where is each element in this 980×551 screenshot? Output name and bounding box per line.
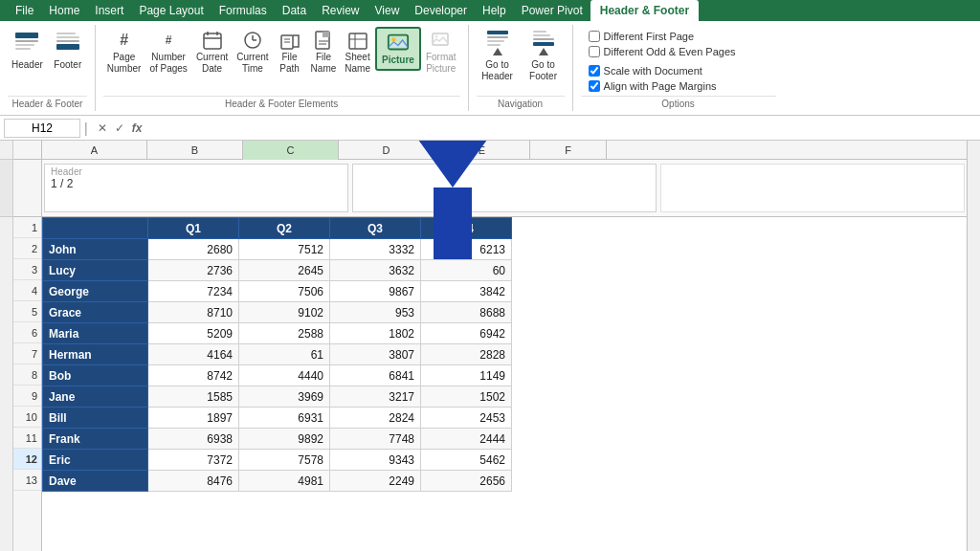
cell-q1-7[interactable]: 1585 — [148, 386, 239, 408]
cell-q1-5[interactable]: 4164 — [148, 344, 239, 365]
table-row[interactable]: Frank 6938 9892 7748 2444 — [43, 429, 512, 450]
cell-q1-1[interactable]: 2736 — [148, 260, 239, 281]
cell-q2-1[interactable]: 2645 — [239, 260, 330, 281]
cell-q1-3[interactable]: 8710 — [148, 302, 239, 323]
row-num-10[interactable]: 10 — [13, 407, 41, 428]
menu-header-footer[interactable]: Header & Footer — [590, 0, 699, 21]
col-header-d[interactable]: D — [339, 141, 434, 160]
cell-q2-6[interactable]: 4440 — [239, 365, 330, 386]
cell-name-0[interactable]: John — [43, 239, 148, 260]
cell-q2-2[interactable]: 7506 — [239, 281, 330, 302]
cell-q1-4[interactable]: 5209 — [148, 323, 239, 344]
menu-data[interactable]: Data — [275, 0, 314, 21]
cell-q2-7[interactable]: 3969 — [239, 386, 330, 408]
cell-q3-8[interactable]: 2824 — [330, 408, 421, 429]
go-to-footer-button[interactable]: Go toFooter — [523, 27, 565, 84]
current-time-button[interactable]: CurrentTime — [233, 27, 272, 77]
col-header-b[interactable]: B — [147, 141, 243, 160]
row-num-2[interactable]: 2 — [13, 238, 41, 259]
cell-q2-4[interactable]: 2588 — [239, 323, 330, 344]
row-num-12[interactable]: 12 — [13, 449, 41, 470]
cell-q2-5[interactable]: 61 — [239, 344, 330, 365]
cell-q3-10[interactable]: 9343 — [330, 450, 421, 471]
table-row[interactable]: Grace 8710 9102 953 8688 — [43, 302, 512, 323]
cell-q2-0[interactable]: 7512 — [239, 239, 330, 260]
cell-q4-2[interactable]: 3842 — [421, 281, 512, 302]
row-num-8[interactable]: 8 — [13, 364, 41, 386]
col-header-c[interactable]: C — [243, 141, 339, 160]
col-header-a[interactable]: A — [42, 141, 147, 160]
cell-name-8[interactable]: Bill — [43, 408, 148, 429]
cell-q3-4[interactable]: 1802 — [330, 323, 421, 344]
name-box[interactable] — [4, 119, 80, 138]
cell-name-3[interactable]: Grace — [43, 302, 148, 323]
cell-q4-3[interactable]: 8688 — [421, 302, 512, 323]
row-num-5[interactable]: 5 — [13, 301, 41, 322]
file-path-button[interactable]: FilePath — [274, 27, 306, 77]
number-of-pages-button[interactable]: # Numberof Pages — [145, 27, 190, 77]
header-right-cell[interactable] — [660, 164, 965, 212]
cell-q3-6[interactable]: 6841 — [330, 365, 421, 386]
row-num-11[interactable]: 11 — [13, 428, 41, 449]
align-margins-checkbox[interactable] — [589, 80, 600, 92]
cell-q2-11[interactable]: 4981 — [239, 471, 330, 492]
menu-view[interactable]: View — [368, 0, 408, 21]
cell-name-5[interactable]: Herman — [43, 344, 148, 365]
cell-q2-8[interactable]: 6931 — [239, 408, 330, 429]
row-num-6[interactable]: 6 — [13, 322, 41, 343]
file-name-button[interactable]: FileName — [307, 27, 341, 77]
menu-developer[interactable]: Developer — [407, 0, 475, 21]
menu-power-pivot[interactable]: Power Pivot — [514, 0, 590, 21]
cell-name-2[interactable]: George — [43, 281, 148, 302]
page-number-button[interactable]: # PageNumber — [103, 27, 145, 77]
vertical-scrollbar[interactable] — [967, 141, 980, 551]
picture-button[interactable]: Picture — [375, 27, 421, 71]
table-row[interactable]: Bob 8742 4440 6841 1149 — [43, 365, 512, 386]
row-num-7[interactable]: 7 — [13, 343, 41, 364]
cancel-icon[interactable]: ✕ — [96, 121, 109, 136]
cell-name-1[interactable]: Lucy — [43, 260, 148, 281]
row-num-3[interactable]: 3 — [13, 259, 41, 280]
table-row[interactable]: John 2680 7512 3332 6213 — [43, 239, 512, 260]
table-row[interactable]: Jane 1585 3969 3217 1502 — [43, 386, 512, 408]
row-num-9[interactable]: 9 — [13, 386, 41, 407]
header-center-cell[interactable] — [352, 164, 657, 212]
cell-q1-2[interactable]: 7234 — [148, 281, 239, 302]
cell-q4-6[interactable]: 1149 — [421, 365, 512, 386]
cell-name-10[interactable]: Eric — [43, 450, 148, 471]
cell-q2-9[interactable]: 9892 — [239, 429, 330, 450]
cell-name-6[interactable]: Bob — [43, 365, 148, 386]
cell-q4-8[interactable]: 2453 — [421, 408, 512, 429]
row-num-4[interactable]: 4 — [13, 280, 41, 301]
go-to-header-button[interactable]: Go toHeader — [477, 27, 519, 84]
cell-q1-6[interactable]: 8742 — [148, 365, 239, 386]
cell-name-4[interactable]: Maria — [43, 323, 148, 344]
current-date-button[interactable]: CurrentDate — [192, 27, 232, 77]
cell-q1-9[interactable]: 6938 — [148, 429, 239, 450]
row-num-13[interactable]: 13 — [13, 470, 41, 491]
cell-q4-10[interactable]: 5462 — [421, 450, 512, 471]
header-button[interactable]: Header — [8, 27, 47, 73]
different-odd-even-checkbox[interactable] — [589, 46, 600, 57]
confirm-icon[interactable]: ✓ — [113, 121, 126, 136]
cell-q1-0[interactable]: 2680 — [148, 239, 239, 260]
cell-name-9[interactable]: Frank — [43, 429, 148, 450]
function-icon[interactable]: fx — [130, 121, 145, 136]
cell-q4-4[interactable]: 6942 — [421, 323, 512, 344]
formula-input[interactable] — [151, 121, 976, 135]
cell-name-7[interactable]: Jane — [43, 386, 148, 408]
cell-q3-1[interactable]: 3632 — [330, 260, 421, 281]
sheet-name-button[interactable]: SheetName — [341, 27, 374, 77]
table-row[interactable]: Herman 4164 61 3807 2828 — [43, 344, 512, 365]
cell-q2-3[interactable]: 9102 — [239, 302, 330, 323]
menu-page-layout[interactable]: Page Layout — [131, 0, 211, 21]
cell-name-11[interactable]: Dave — [43, 471, 148, 492]
cell-q3-0[interactable]: 3332 — [330, 239, 421, 260]
cell-q4-1[interactable]: 60 — [421, 260, 512, 281]
menu-insert[interactable]: Insert — [87, 0, 131, 21]
cell-q4-11[interactable]: 2656 — [421, 471, 512, 492]
col-header-f[interactable]: F — [530, 141, 607, 160]
col-header-e[interactable]: E — [434, 141, 530, 160]
row-num-1[interactable]: 1 — [13, 217, 41, 238]
footer-button[interactable]: Footer — [49, 27, 87, 73]
